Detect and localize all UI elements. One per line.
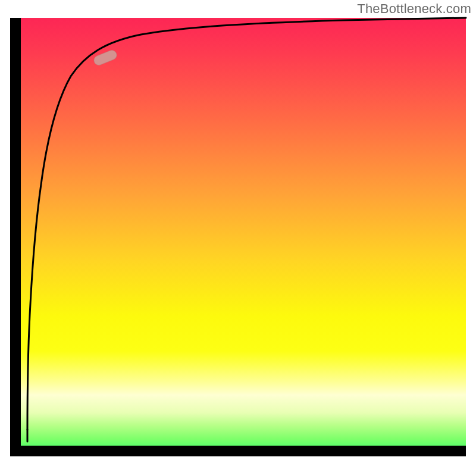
bottleneck-curve	[27, 18, 466, 430]
x-axis	[10, 446, 466, 456]
curve-layer	[10, 18, 466, 456]
y-axis	[10, 18, 21, 456]
attribution-label: TheBottleneck.com	[357, 1, 471, 17]
plot-area	[10, 18, 466, 456]
chart-container: TheBottleneck.com	[0, 0, 476, 476]
